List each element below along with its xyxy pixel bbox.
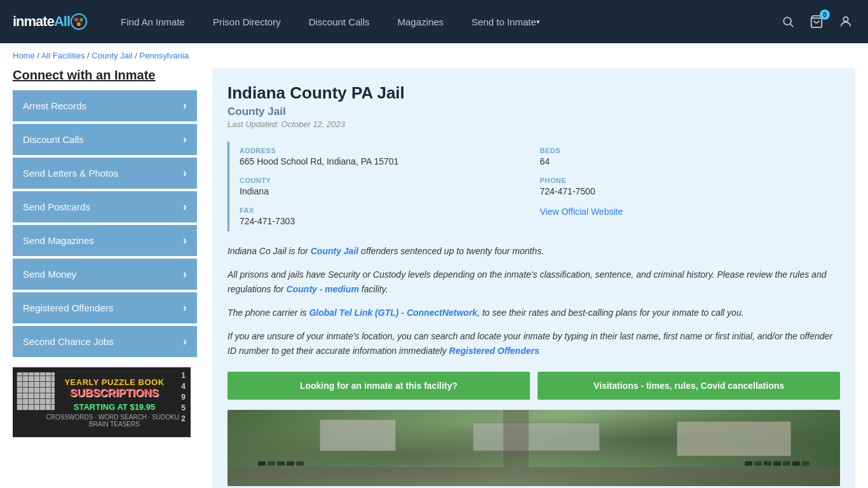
breadcrumb: Home / All Facilities / County Jail / Pe… [0, 43, 868, 68]
county-label: COUNTY [240, 177, 540, 184]
sidebar-send-magazines[interactable]: Send Magazines › [13, 225, 197, 256]
arrow-icon: › [183, 301, 187, 315]
fax-label: FAX [240, 207, 540, 214]
sidebar-ad[interactable]: 1 4 9 5 2 YEARLY PUZZLE BOOK SUBSCRIPTIO… [13, 367, 191, 437]
search-icon[interactable] [779, 13, 797, 30]
svg-point-1 [74, 18, 78, 22]
nav-find-inmate[interactable]: Find An Inmate [107, 0, 199, 43]
sidebar-send-postcards[interactable]: Send Postcards › [13, 191, 197, 222]
arrow-icon: › [183, 166, 187, 180]
beds-value: 64 [540, 156, 841, 166]
beds-label: BEDS [540, 147, 841, 154]
official-website-link[interactable]: View Official Website [540, 207, 623, 217]
nav-discount-calls[interactable]: Discount Calls [295, 0, 384, 43]
registered-offenders-link[interactable]: Registered Offenders [449, 346, 539, 356]
nav-icons: 0 [779, 12, 855, 31]
svg-point-3 [77, 22, 81, 26]
svg-point-7 [843, 17, 848, 22]
sidebar-title: Connect with an Inmate [13, 68, 197, 83]
desc-p4: If you are unsure of your inmate's locat… [227, 329, 840, 358]
arrow-icon: › [183, 335, 187, 348]
address-label: ADDRESS [240, 147, 540, 154]
facility-photo [227, 410, 840, 486]
info-grid: ADDRESS 665 Hood School Rd, Indiana, PA … [227, 142, 840, 231]
gtl-link[interactable]: Global Tel Link (GTL) - ConnectNetwork [309, 308, 477, 318]
sidebar-arrest-records[interactable]: Arrest Records › [13, 90, 197, 121]
phone-label: PHONE [540, 177, 841, 184]
svg-line-5 [790, 24, 794, 27]
logo-icon [70, 13, 88, 30]
ad-subtitle: SUBSCRIPTIONS [44, 387, 184, 400]
facility-name: Indiana County PA Jail [227, 83, 840, 103]
county-jail-link[interactable]: County Jail [311, 246, 358, 256]
arrow-icon: › [183, 99, 187, 112]
main-nav: inmateAll Find An Inmate Prison Director… [0, 0, 868, 43]
main-container: Connect with an Inmate Arrest Records › … [0, 68, 868, 488]
arrow-icon: › [183, 268, 187, 281]
phone-value: 724-471-7500 [540, 186, 841, 196]
fax-item: FAX 724-471-7303 [240, 201, 540, 231]
breadcrumb-pennsylvania[interactable]: Pennsylvania [139, 51, 188, 60]
sidebar-discount-calls[interactable]: Discount Calls › [13, 124, 197, 155]
cart-icon[interactable]: 0 [807, 12, 826, 31]
facility-updated: Last Updated: October 12, 2023 [227, 119, 840, 129]
beds-item: BEDS 64 [540, 142, 841, 172]
address-value: 665 Hood School Rd, Indiana, PA 15701 [240, 156, 540, 166]
fax-value: 724-471-7303 [240, 216, 540, 226]
arrow-icon: › [183, 200, 187, 214]
sidebar: Connect with an Inmate Arrest Records › … [13, 68, 197, 488]
breadcrumb-home[interactable]: Home [13, 51, 35, 60]
arrow-icon: › [183, 133, 187, 146]
address-item: ADDRESS 665 Hood School Rd, Indiana, PA … [240, 142, 540, 172]
svg-point-0 [71, 14, 86, 29]
breadcrumb-all-facilities[interactable]: All Facilities [41, 51, 85, 60]
desc-p1: Indiana Co Jail is for County Jail offen… [227, 244, 840, 259]
user-icon[interactable] [836, 12, 855, 31]
facility-description: Indiana Co Jail is for County Jail offen… [227, 244, 840, 359]
sidebar-second-chance-jobs[interactable]: Second Chance Jobs › [13, 326, 197, 357]
website-item: View Official Website [540, 201, 841, 231]
county-item: COUNTY Indiana [240, 172, 540, 201]
phone-item: PHONE 724-471-7500 [540, 172, 841, 201]
desc-p2: All prisons and jails have Security or C… [227, 268, 840, 297]
county-medium-link[interactable]: County - medium [287, 284, 359, 294]
find-inmate-button[interactable]: Looking for an inmate at this facility? [227, 372, 530, 400]
nav-send-to-inmate[interactable]: Send to Inmate [458, 0, 554, 43]
ad-price: STARTING AT $19.95 [44, 402, 184, 412]
svg-point-2 [79, 18, 83, 22]
action-buttons: Looking for an inmate at this facility? … [227, 372, 840, 400]
visitation-button[interactable]: Visitations - times, rules, Covid cancel… [538, 372, 840, 400]
svg-point-4 [783, 17, 791, 25]
breadcrumb-county-jail[interactable]: County Jail [92, 51, 132, 60]
arrow-icon: › [183, 234, 187, 247]
cart-badge: 0 [820, 10, 830, 20]
nav-prison-directory[interactable]: Prison Directory [199, 0, 295, 43]
sidebar-send-letters[interactable]: Send Letters & Photos › [13, 158, 197, 189]
logo[interactable]: inmateAll [13, 13, 88, 30]
nav-links: Find An Inmate Prison Directory Discount… [107, 0, 779, 43]
facility-content: Indiana County PA Jail County Jail Last … [212, 68, 855, 488]
sidebar-send-money[interactable]: Send Money › [13, 259, 197, 290]
nav-magazines[interactable]: Magazines [384, 0, 458, 43]
facility-type: County Jail [227, 105, 840, 118]
desc-p3: The phone carrier is Global Tel Link (GT… [227, 306, 840, 320]
county-value: Indiana [240, 186, 540, 196]
sidebar-registered-offenders[interactable]: Registered Offenders › [13, 292, 197, 323]
ad-desc: CROSSWORDS · WORD SEARCH · SUDOKU · BRAI… [44, 414, 184, 428]
ad-title: YEARLY PUZZLE BOOK [44, 377, 184, 387]
